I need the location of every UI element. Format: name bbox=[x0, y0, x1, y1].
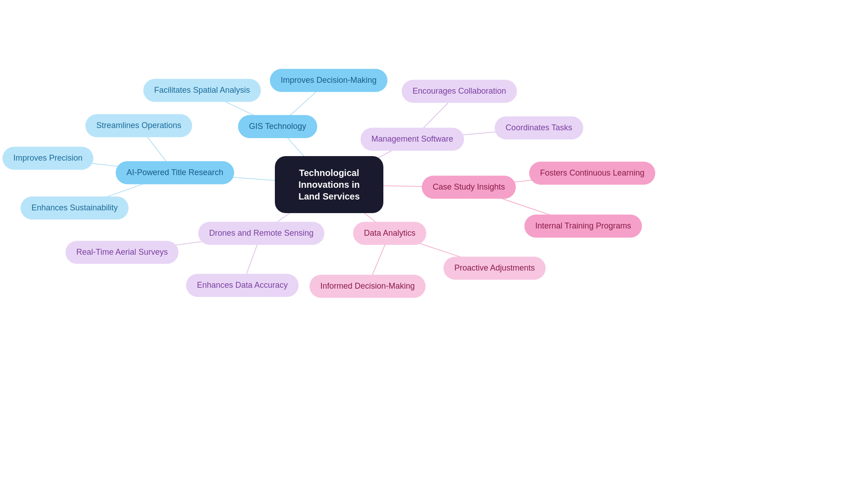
node-fosters_learning: Fosters Continuous Learning bbox=[529, 162, 655, 185]
node-streamlines: Streamlines Operations bbox=[85, 114, 192, 137]
node-enhances_sustainability: Enhances Sustainability bbox=[20, 196, 128, 219]
node-proactive_adj: Proactive Adjustments bbox=[443, 257, 546, 280]
mindmap-container: Technological Innovations in Land Servic… bbox=[0, 0, 868, 490]
node-ai_powered: AI-Powered Title Research bbox=[116, 161, 234, 184]
node-improves_decision: Improves Decision-Making bbox=[270, 69, 387, 92]
node-internal_training: Internal Training Programs bbox=[524, 214, 642, 238]
node-coordinates_tasks: Coordinates Tasks bbox=[495, 116, 583, 139]
node-case_study: Case Study Insights bbox=[422, 176, 516, 199]
node-data_analytics: Data Analytics bbox=[353, 222, 426, 245]
node-enhances_data: Enhances Data Accuracy bbox=[186, 274, 298, 297]
node-improves_precision: Improves Precision bbox=[2, 147, 93, 170]
node-center: Technological Innovations in Land Servic… bbox=[275, 156, 383, 213]
node-facilitates_spatial: Facilitates Spatial Analysis bbox=[143, 79, 261, 102]
node-realtime_aerial: Real-Time Aerial Surveys bbox=[66, 241, 179, 264]
node-management_sw: Management Software bbox=[360, 128, 464, 151]
node-gis: GIS Technology bbox=[238, 115, 317, 138]
node-encourages_collab: Encourages Collaboration bbox=[401, 80, 517, 103]
node-informed_decision: Informed Decision-Making bbox=[309, 275, 425, 298]
node-drones: Drones and Remote Sensing bbox=[198, 222, 324, 245]
